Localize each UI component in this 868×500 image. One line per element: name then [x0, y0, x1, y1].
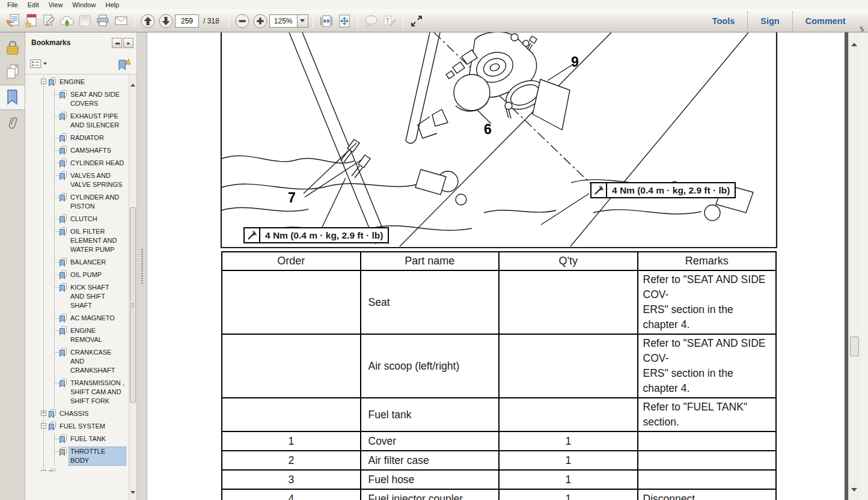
new-bookmark-button[interactable]: [117, 56, 132, 71]
bookmark-item-cylinder-and-piston[interactable]: CYLINDER AND PISTON: [25, 191, 129, 213]
cell-order: 4: [222, 489, 361, 500]
bookmark-item-fuel-system[interactable]: −FUEL SYSTEM: [25, 420, 129, 433]
collapse-panel-button[interactable]: ◀◀: [112, 38, 122, 48]
bookmark-item-crankcase-and-crankshaft[interactable]: CRANKCASE AND CRANKSHAFT: [25, 346, 129, 377]
bookmark-label: TRANSMISSION , SHIFT CAM AND SHIFT FORK: [69, 379, 126, 406]
zoom-dropdown-button[interactable]: [298, 14, 308, 28]
main-toolbar: / 318 125% Tools Sign Comment ×: [0, 10, 868, 32]
text-annotation-button[interactable]: [381, 13, 398, 29]
bookmark-item-camshafts[interactable]: CAMSHAFTS: [25, 144, 129, 157]
bookmarks-panel: Bookmarks ◀◀ ▶ −ENGINESEAT AND SIDE COVE…: [25, 32, 137, 500]
bookmark-item-fuel-tank[interactable]: FUEL TANK: [25, 433, 129, 445]
comment-bubble-button[interactable]: [363, 13, 380, 29]
print-icon: [95, 13, 111, 29]
open-button[interactable]: [4, 13, 21, 29]
bookmark-icon: [48, 78, 56, 87]
collapse-box-icon[interactable]: −: [41, 423, 46, 428]
bookmark-item-kick-shaft-and-shift-shaft[interactable]: KICK SHAFT AND SHIFT SHAFT: [25, 281, 129, 312]
fill-sign-button[interactable]: [40, 13, 57, 29]
save-button[interactable]: [76, 13, 93, 29]
page-number-input[interactable]: [175, 14, 199, 28]
parts-table-head-row: OrderPart nameQ'tyRemarks: [222, 252, 776, 270]
bookmark-options-button[interactable]: [30, 58, 47, 69]
bookmark-item-valves-and-valve-springs[interactable]: VALVES AND VALVE SPRINGS: [25, 169, 129, 191]
bookmark-item[interactable]: +: [25, 467, 129, 471]
panel-forward-button[interactable]: ▶: [123, 38, 133, 48]
tools-button[interactable]: Tools: [700, 16, 748, 26]
scroll-down-icon[interactable]: [851, 492, 858, 498]
cloud-upload-icon: [58, 13, 75, 29]
next-page-button[interactable]: [157, 13, 174, 29]
bookmark-item-clutch[interactable]: CLUTCH: [25, 213, 129, 225]
fit-width-button[interactable]: [318, 13, 335, 29]
bookmark-item-radiator[interactable]: RADIATOR: [25, 132, 129, 144]
document-scrollbar[interactable]: [848, 32, 860, 500]
scrollbar-thumb[interactable]: [850, 337, 859, 356]
menu-bar: FileEditViewWindowHelp: [0, 0, 868, 10]
chevron-down-icon: [300, 19, 305, 22]
bookmark-icon: [59, 258, 67, 267]
bookmark-item-oil-filter-element-and-water-pump[interactable]: OIL FILTER ELEMENT AND WATER PUMP: [25, 225, 129, 256]
bookmark-icon: [59, 270, 67, 279]
scroll-up-icon[interactable]: [851, 34, 858, 41]
print-button[interactable]: [94, 13, 111, 29]
bookmark-label: CYLINDER AND PISTON: [69, 193, 126, 211]
zoom-level-box[interactable]: 125%: [269, 14, 298, 28]
tree-connector: [54, 116, 60, 117]
bookmark-item-cylinder-head[interactable]: CYLINDER HEAD: [25, 157, 129, 169]
bookmark-item-ac-magneto[interactable]: AC MAGNETO: [25, 312, 129, 325]
scrollbar-thumb[interactable]: [130, 207, 136, 403]
page-thumbnails-button[interactable]: [0, 59, 25, 85]
menu-item-edit[interactable]: Edit: [23, 1, 44, 9]
zoom-in-button[interactable]: [252, 13, 269, 29]
table-row: Fuel tankRefer to "FUEL TANK" section.: [222, 398, 776, 431]
cell-qty: [499, 398, 638, 431]
menu-item-help[interactable]: Help: [100, 1, 124, 9]
comment-button[interactable]: Comment: [793, 16, 858, 26]
speech-bubble-icon: [363, 13, 379, 29]
tree-connector: [54, 197, 60, 198]
scroll-down-icon[interactable]: [130, 494, 136, 499]
zoom-out-button[interactable]: [234, 13, 251, 29]
tree-connector: [54, 318, 60, 319]
scroll-up-icon[interactable]: [130, 75, 136, 81]
sign-button[interactable]: Sign: [748, 16, 792, 26]
security-lock-button[interactable]: [0, 34, 25, 59]
close-pane-icon[interactable]: ×: [861, 27, 864, 34]
bookmark-item-engine[interactable]: −ENGINE: [25, 76, 129, 88]
fit-page-icon: [337, 13, 352, 29]
cell-remarks: [638, 451, 777, 470]
fullscreen-button[interactable]: [408, 13, 425, 29]
expand-box-icon[interactable]: +: [41, 470, 46, 471]
bookmark-item-exhaust-pipe-and-silencer[interactable]: EXHAUST PIPE AND SILENCER: [25, 110, 129, 132]
bookmark-item-oil-pump[interactable]: OIL PUMP: [25, 269, 129, 281]
previous-page-button[interactable]: [139, 13, 156, 29]
bookmark-icon: [48, 409, 56, 418]
bookmark-item-transmission-shift-cam-and-shift-fork[interactable]: TRANSMISSION , SHIFT CAM AND SHIFT FORK: [25, 377, 129, 407]
tree-connector: [54, 275, 60, 275]
bookmarks-scrollbar[interactable]: [129, 75, 136, 500]
table-row: 4Fuel injector coupler1Disconnect.: [222, 489, 776, 500]
share-upload-button[interactable]: [58, 13, 75, 29]
attachments-button[interactable]: [0, 110, 25, 135]
collapse-box-icon[interactable]: −: [41, 79, 46, 84]
table-row: Air scoop (left/right)Refer to "SEAT AND…: [222, 334, 776, 398]
menu-item-file[interactable]: File: [2, 1, 23, 9]
bookmark-item-engine-removal[interactable]: ENGINE REMOVAL: [25, 325, 129, 346]
panel-splitter[interactable]: [137, 32, 147, 500]
menu-item-view[interactable]: View: [44, 1, 68, 9]
menu-item-window[interactable]: Window: [67, 1, 100, 9]
bookmark-tree: −ENGINESEAT AND SIDE COVERSEXHAUST PIPE …: [25, 75, 129, 500]
bookmarks-panel-button[interactable]: [0, 85, 25, 110]
bookmark-item-seat-and-side-covers[interactable]: SEAT AND SIDE COVERS: [25, 88, 129, 110]
fit-page-button[interactable]: [336, 13, 353, 29]
cell-qty: 1: [499, 470, 638, 489]
bookmark-icon: [59, 314, 67, 323]
create-pdf-button[interactable]: [22, 13, 39, 29]
bookmark-item-chassis[interactable]: +CHASSIS: [25, 407, 129, 420]
email-button[interactable]: [112, 13, 129, 29]
bookmark-item-balancer[interactable]: BALANCER: [25, 256, 129, 269]
bookmark-item-throttle-body[interactable]: THROTTLE BODY: [25, 445, 129, 467]
bookmark-label: ENGINE: [58, 78, 86, 87]
expand-box-icon[interactable]: +: [41, 410, 46, 416]
